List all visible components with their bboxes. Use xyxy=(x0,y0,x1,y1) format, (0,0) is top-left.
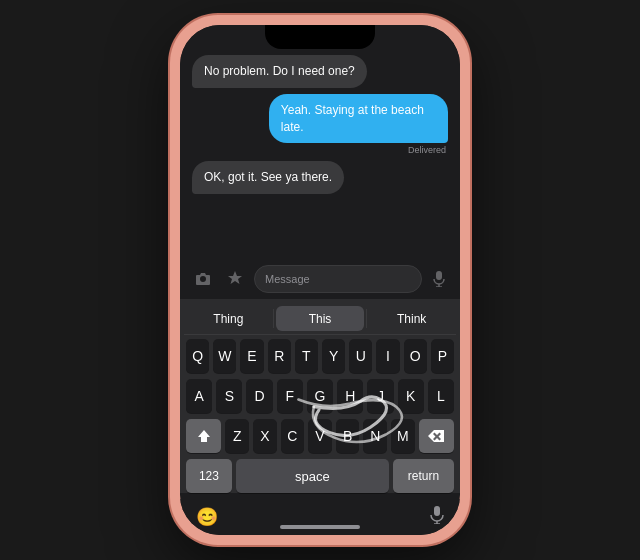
key-w[interactable]: W xyxy=(213,339,236,373)
key-x[interactable]: X xyxy=(253,419,277,453)
key-l[interactable]: L xyxy=(428,379,454,413)
key-n[interactable]: N xyxy=(363,419,387,453)
key-row-2: A S D F G H J K L xyxy=(186,379,454,413)
key-rows: Q W E R T Y U I O P A S xyxy=(184,339,456,493)
bubble-outgoing-1: Yeah. Staying at the beach late. xyxy=(269,94,448,144)
svg-marker-3 xyxy=(198,430,210,442)
space-key[interactable]: space xyxy=(236,459,389,493)
predictive-bar: Thing This Think xyxy=(184,303,456,335)
shift-key[interactable] xyxy=(186,419,221,453)
key-d[interactable]: D xyxy=(246,379,272,413)
message-input[interactable]: Message xyxy=(254,265,422,293)
pred-divider-1 xyxy=(273,309,274,328)
bubble-incoming-1: No problem. Do I need one? xyxy=(192,55,367,88)
camera-icon[interactable] xyxy=(190,266,216,292)
num-key[interactable]: 123 xyxy=(186,459,232,493)
key-r[interactable]: R xyxy=(268,339,291,373)
key-i[interactable]: I xyxy=(376,339,399,373)
appstore-icon[interactable] xyxy=(222,266,248,292)
phone-screen: No problem. Do I need one? Yeah. Staying… xyxy=(180,25,460,535)
messages-area: No problem. Do I need one? Yeah. Staying… xyxy=(180,25,460,259)
key-f[interactable]: F xyxy=(277,379,303,413)
notch xyxy=(265,25,375,49)
delete-key[interactable] xyxy=(419,419,454,453)
key-row-3: Z X C V B N M xyxy=(186,419,454,453)
message-row-3: OK, got it. See ya there. xyxy=(192,161,448,194)
key-row-bottom: 123 space return xyxy=(186,459,454,493)
key-z[interactable]: Z xyxy=(225,419,249,453)
mic-icon-bottom[interactable] xyxy=(430,506,444,528)
pred-thing[interactable]: Thing xyxy=(184,303,273,334)
pred-this[interactable]: This xyxy=(276,306,365,331)
svg-rect-4 xyxy=(434,506,440,516)
key-e[interactable]: E xyxy=(240,339,263,373)
return-key[interactable]: return xyxy=(393,459,454,493)
phone-outer: No problem. Do I need one? Yeah. Staying… xyxy=(170,15,470,545)
key-g[interactable]: G xyxy=(307,379,333,413)
key-k[interactable]: K xyxy=(398,379,424,413)
key-s[interactable]: S xyxy=(216,379,242,413)
key-v[interactable]: V xyxy=(308,419,332,453)
key-u[interactable]: U xyxy=(349,339,372,373)
key-row-1: Q W E R T Y U I O P xyxy=(186,339,454,373)
key-c[interactable]: C xyxy=(281,419,305,453)
bubble-incoming-2: OK, got it. See ya there. xyxy=(192,161,344,194)
key-a[interactable]: A xyxy=(186,379,212,413)
message-row-2: Yeah. Staying at the beach late. Deliver… xyxy=(192,94,448,156)
input-bar: Message xyxy=(180,259,460,299)
mic-icon-input[interactable] xyxy=(428,268,450,290)
message-row-1: No problem. Do I need one? xyxy=(192,55,448,88)
key-t[interactable]: T xyxy=(295,339,318,373)
home-indicator xyxy=(280,525,360,529)
key-o[interactable]: O xyxy=(404,339,427,373)
key-y[interactable]: Y xyxy=(322,339,345,373)
key-h[interactable]: H xyxy=(337,379,363,413)
key-j[interactable]: J xyxy=(367,379,393,413)
key-m[interactable]: M xyxy=(391,419,415,453)
key-b[interactable]: B xyxy=(336,419,360,453)
key-p[interactable]: P xyxy=(431,339,454,373)
emoji-icon[interactable]: 😊 xyxy=(196,506,218,528)
keyboard-wrapper: Thing This Think Q W E xyxy=(180,299,460,535)
pred-think[interactable]: Think xyxy=(367,303,456,334)
keyboard: Thing This Think Q W E xyxy=(180,299,460,493)
key-q[interactable]: Q xyxy=(186,339,209,373)
bottom-bar: 😊 xyxy=(180,499,460,535)
svg-rect-0 xyxy=(436,271,442,280)
delivered-status: Delivered xyxy=(408,145,446,155)
